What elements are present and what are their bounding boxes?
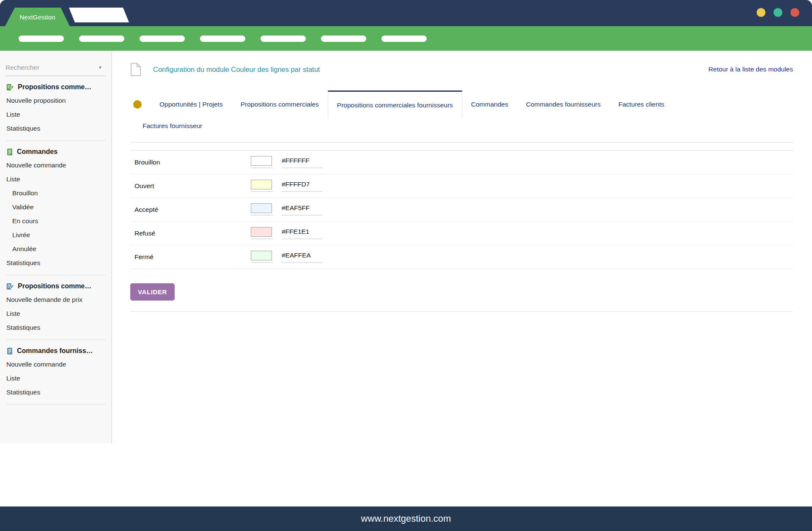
sidebar-item-liste[interactable]: Liste xyxy=(5,374,106,383)
sidebar-item-statistiques[interactable]: Statistiques xyxy=(5,323,106,332)
nav-pill[interactable] xyxy=(321,36,366,42)
sidebar-item-liste[interactable]: Liste xyxy=(5,110,106,119)
sidebar-group-propositions-commerciales: Propositions comme… Nouvelle proposition… xyxy=(5,76,106,141)
hex-value-field[interactable]: #EAF5FF xyxy=(282,203,323,216)
window-dot-teal-icon[interactable] xyxy=(774,8,782,17)
sidebar-item-annulee[interactable]: Annulée xyxy=(5,245,106,253)
sidebar-item-nouvelle-proposition[interactable]: Nouvelle proposition xyxy=(5,96,106,105)
secondary-tab[interactable] xyxy=(69,8,129,22)
color-swatch-wrap xyxy=(251,227,273,239)
app-footer: www.nextgestion.com xyxy=(0,506,812,531)
color-swatch-wrap xyxy=(251,251,273,263)
sidebar-group-label: Propositions comme… xyxy=(18,83,91,91)
chevron-down-icon[interactable]: ▼ xyxy=(98,65,102,70)
bottom-divider xyxy=(130,311,793,312)
page-document-icon xyxy=(130,63,141,77)
color-swatch-wrap xyxy=(251,156,273,168)
sidebar-group-header[interactable]: Commandes fourniss… xyxy=(5,347,106,355)
brand-tab[interactable]: NextGestion xyxy=(5,8,70,26)
title-row: Configuration du module Couleur des lign… xyxy=(130,62,793,77)
sidebar-item-liste[interactable]: Liste xyxy=(5,309,106,318)
sidebar-group-label: Commandes fourniss… xyxy=(17,347,93,355)
search-input[interactable] xyxy=(5,64,90,71)
tab-propositions-commerciales[interactable]: Propositions commerciales xyxy=(232,93,328,116)
sidebar-item-liste[interactable]: Liste xyxy=(5,175,106,183)
color-swatch-wrap xyxy=(251,203,273,216)
status-row-ouvert: Ouvert #FFFFD7 xyxy=(130,174,793,198)
color-swatch[interactable] xyxy=(251,251,272,260)
sidebar-group-commandes-fournisseurs: Commandes fourniss… Nouvelle commande Li… xyxy=(5,340,106,405)
sidebar-item-nouvelle-commande[interactable]: Nouvelle commande xyxy=(5,360,106,369)
sidebar-group-header[interactable]: Commandes xyxy=(5,148,106,156)
tab-factures-clients[interactable]: Factures clients xyxy=(609,93,673,116)
nav-pill[interactable] xyxy=(79,36,124,42)
nav-pill[interactable] xyxy=(200,36,245,42)
window-dots xyxy=(757,8,799,17)
footer-url: www.nextgestion.com xyxy=(361,513,451,524)
hex-value-field[interactable]: #FFE1E1 xyxy=(282,227,323,239)
sidebar-group-header[interactable]: Propositions comme… xyxy=(5,282,106,290)
document-lines-icon xyxy=(6,348,13,355)
sidebar-group-commandes: Commandes Nouvelle commande Liste Brouil… xyxy=(5,141,106,275)
swatch-underline xyxy=(251,167,273,168)
back-to-modules-link[interactable]: Retour à la liste des modules xyxy=(708,66,793,73)
sidebar-group-propositions-commerciales-fournisseurs: Propositions comme… Nouvelle demande de … xyxy=(5,275,106,340)
sidebar-item-en-cours[interactable]: En cours xyxy=(5,217,106,225)
status-label: Accepté xyxy=(130,206,251,213)
main-nav xyxy=(0,26,812,51)
sidebar-group-label: Commandes xyxy=(17,148,58,156)
sidebar: ▼ Propositions comme… Nouvelle propositi… xyxy=(0,51,112,443)
tabs-row-1: Opportunités | Projets Propositions comm… xyxy=(130,93,793,116)
hex-value-field[interactable]: #FFFFFF xyxy=(282,156,323,168)
hex-value-field[interactable]: #FFFFD7 xyxy=(282,180,323,192)
document-lines-icon xyxy=(6,148,13,156)
hex-value-field[interactable]: #EAFFEA xyxy=(282,251,323,263)
sidebar-item-statistiques[interactable]: Statistiques xyxy=(5,124,106,133)
status-color-table: Brouillon #FFFFFF Ouvert #FFFFD7 Accepté xyxy=(130,151,793,269)
valider-button[interactable]: VALIDER xyxy=(130,283,175,301)
tab-opportunites-projets[interactable]: Opportunités | Projets xyxy=(151,93,232,116)
tabs-row-2: Factures fournisseur xyxy=(134,116,793,136)
document-pencil-icon xyxy=(6,283,14,290)
tab-propositions-commerciales-fournisseurs[interactable]: Propositions commerciales fournisseurs xyxy=(328,90,462,118)
app-header: NextGestion xyxy=(0,0,812,26)
swatch-underline xyxy=(251,191,273,192)
nav-pill[interactable] xyxy=(261,36,306,42)
tab-factures-fournisseur[interactable]: Factures fournisseur xyxy=(134,115,211,137)
color-swatch-wrap xyxy=(251,180,273,192)
tab-commandes[interactable]: Commandes xyxy=(462,93,517,116)
status-label: Refusé xyxy=(130,230,251,237)
color-swatch[interactable] xyxy=(251,227,272,237)
sidebar-group-header[interactable]: Propositions comme… xyxy=(5,83,106,91)
table-header-rule xyxy=(130,142,793,151)
status-row-accepte: Accepté #EAF5FF xyxy=(130,198,793,222)
tab-commandes-fournisseurs[interactable]: Commandes fournisseurs xyxy=(517,93,610,116)
nav-pill[interactable] xyxy=(381,36,427,42)
page-title: Configuration du module Couleur des lign… xyxy=(153,66,320,74)
window-dot-red-icon[interactable] xyxy=(790,8,799,17)
sidebar-item-nouvelle-commande[interactable]: Nouvelle commande xyxy=(5,161,106,170)
color-swatch[interactable] xyxy=(251,156,272,166)
status-row-ferme: Fermé #EAFFEA xyxy=(130,245,793,269)
status-label: Fermé xyxy=(130,253,251,261)
sidebar-item-nouvelle-demande-de-prix[interactable]: Nouvelle demande de prix xyxy=(5,296,106,304)
search-row: ▼ xyxy=(5,51,106,76)
nav-pill[interactable] xyxy=(19,36,64,42)
main-content: Configuration du module Couleur des lign… xyxy=(113,51,812,312)
sidebar-item-validee[interactable]: Validée xyxy=(5,203,106,211)
document-pencil-icon xyxy=(6,84,14,91)
nav-pill[interactable] xyxy=(140,36,185,42)
status-row-refuse: Refusé #FFE1E1 xyxy=(130,222,793,245)
color-swatch[interactable] xyxy=(251,180,272,189)
window-dot-yellow-icon[interactable] xyxy=(757,8,765,17)
sidebar-item-livree[interactable]: Livrée xyxy=(5,231,106,239)
sidebar-item-brouillon[interactable]: Brouillon xyxy=(5,189,106,197)
color-swatch[interactable] xyxy=(251,203,272,213)
swatch-underline xyxy=(251,238,273,239)
status-dot-icon xyxy=(133,100,142,109)
status-row-brouillon: Brouillon #FFFFFF xyxy=(130,151,793,174)
sidebar-item-statistiques[interactable]: Statistiques xyxy=(5,388,106,397)
swatch-underline xyxy=(251,215,273,216)
sidebar-item-statistiques[interactable]: Statistiques xyxy=(5,259,106,267)
brand-name: NextGestion xyxy=(19,14,55,21)
